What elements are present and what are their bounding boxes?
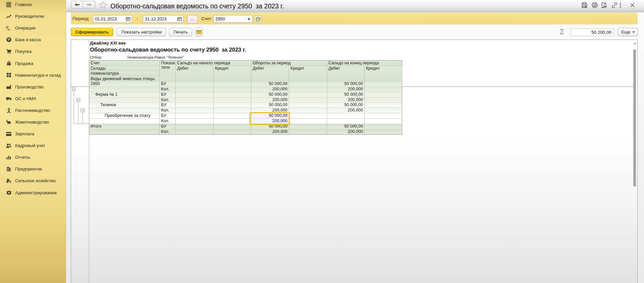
cell-end_credit[interactable] (365, 119, 402, 124)
cell-begin_credit[interactable] (214, 124, 251, 129)
cell-turn_credit[interactable] (289, 102, 327, 108)
cell-turn_credit[interactable] (289, 97, 327, 102)
print-icon[interactable] (592, 2, 597, 8)
cell-end_debit[interactable]: 200,000 (327, 129, 365, 135)
cell-turn_credit[interactable] (289, 124, 327, 129)
sidebar-item-6[interactable]: Продажа (0, 57, 66, 69)
row-label[interactable]: 2950 (89, 81, 160, 87)
forward-button[interactable] (83, 1, 95, 8)
cell-end_credit[interactable] (365, 81, 402, 87)
cell-begin_credit[interactable] (214, 92, 251, 97)
row-label[interactable] (89, 108, 160, 113)
row-indicator[interactable]: Кол. (160, 119, 176, 124)
sidebar-item-1[interactable]: Главное (0, 0, 66, 10)
cell-begin_credit[interactable] (214, 113, 251, 119)
cell-turn_debit[interactable]: 200,000 (251, 87, 289, 92)
cell-turn_credit[interactable] (289, 92, 327, 97)
cell-end_credit[interactable] (365, 129, 402, 135)
menu-dots-icon[interactable] (620, 2, 625, 8)
account-open-button[interactable] (254, 15, 262, 23)
back-button[interactable] (71, 1, 83, 8)
star-icon[interactable] (99, 1, 107, 8)
sidebar-item-15[interactable]: Предприятие (0, 163, 66, 175)
row-label[interactable] (89, 129, 160, 135)
cell-begin_debit[interactable] (176, 108, 214, 113)
cell-begin_debit[interactable] (176, 97, 214, 102)
cell-end_debit[interactable] (327, 119, 365, 124)
row-indicator[interactable]: БУ (160, 124, 176, 129)
sidebar-item-17[interactable]: Администрирование (0, 187, 66, 199)
cell-turn_credit[interactable] (289, 129, 327, 135)
sidebar-item-13[interactable]: Кадровый учет (0, 140, 66, 151)
cell-begin_credit[interactable] (214, 87, 251, 92)
sidebar-item-3[interactable]: ДтКтОперации (0, 22, 66, 34)
sidebar-item-14[interactable]: Отчеты (0, 151, 66, 163)
cell-begin_credit[interactable] (214, 81, 251, 87)
cell-end_credit[interactable] (365, 102, 402, 108)
cell-turn_credit[interactable] (289, 113, 327, 119)
collapse-group-level1[interactable] (72, 87, 76, 91)
cell-turn_credit[interactable] (289, 81, 327, 87)
cell-begin_debit[interactable] (176, 102, 214, 108)
cell-turn_debit[interactable]: 200,000 (251, 97, 289, 102)
cell-end_credit[interactable] (365, 92, 402, 97)
cell-begin_debit[interactable] (176, 129, 214, 135)
row-label[interactable]: Приобретение за плату (89, 113, 160, 119)
sidebar-item-11[interactable]: Животноводство (0, 116, 66, 128)
link-icon[interactable] (611, 2, 617, 8)
cell-turn_debit[interactable]: 50 000,00 (251, 102, 289, 108)
cell-begin_credit[interactable] (214, 102, 251, 108)
cell-begin_credit[interactable] (214, 129, 251, 135)
cell-turn_credit[interactable] (289, 108, 327, 113)
scroll-up-icon[interactable] (634, 43, 636, 44)
account-combobox[interactable]: 2950 (213, 15, 253, 23)
cell-end_debit[interactable]: 50 000,00 (327, 92, 365, 97)
cell-begin_debit[interactable] (176, 124, 214, 129)
cell-end_debit[interactable]: 200,000 (327, 97, 365, 102)
cell-begin_credit[interactable] (214, 119, 251, 124)
cell-turn_debit[interactable]: 50 000,00 (251, 113, 289, 119)
period-picker-button[interactable]: ... (187, 15, 198, 23)
more-button[interactable]: Еще (618, 28, 638, 36)
row-label[interactable] (89, 97, 160, 102)
row-indicator[interactable]: Кол. (160, 108, 176, 113)
sidebar-item-9[interactable]: ОС и НМА (0, 93, 66, 104)
row-indicator[interactable]: БУ (160, 81, 176, 87)
cell-end_debit[interactable]: 200,000 (327, 108, 365, 113)
cell-end_debit[interactable]: 50 000,00 (327, 81, 365, 87)
total-field[interactable]: 50 200,00 (571, 28, 614, 36)
date-from-input[interactable]: 01.01.2023 (93, 15, 132, 23)
collapse-group-level2[interactable] (76, 98, 80, 102)
scrollbar-thumb[interactable] (633, 49, 636, 187)
cell-turn_debit[interactable]: 50 000,00 (251, 81, 289, 87)
calendar-icon[interactable] (125, 16, 131, 22)
cell-begin_debit[interactable] (176, 87, 214, 92)
date-to-input[interactable]: 31.12.2023 (143, 15, 183, 23)
sidebar-item-5[interactable]: Покупка (0, 46, 66, 57)
sidebar-item-4[interactable]: Банк и касса (0, 34, 66, 46)
cell-begin_debit[interactable] (176, 113, 214, 119)
row-label[interactable]: Ферма № 1 (89, 92, 160, 97)
cell-end_debit[interactable]: 50 000,00 (327, 124, 365, 129)
combo-arrow-icon[interactable] (248, 18, 250, 20)
print-button[interactable]: Печать (169, 28, 192, 36)
row-label[interactable] (89, 87, 160, 92)
row-indicator[interactable]: БУ (160, 113, 176, 119)
collapse-group-level3[interactable] (81, 109, 85, 112)
cell-begin_credit[interactable] (214, 97, 251, 102)
save-icon[interactable] (582, 2, 587, 8)
sidebar-item-12[interactable]: Зарплата (0, 128, 66, 140)
cell-turn_debit[interactable]: 50 000,00 (251, 124, 289, 129)
show-settings-button[interactable]: Показать настройки (117, 28, 166, 36)
generate-button[interactable]: Сформировать (71, 28, 113, 36)
cell-end_credit[interactable] (365, 124, 402, 129)
report-table[interactable]: СчетПоказателиСальдо на начало периодаОб… (89, 60, 402, 135)
cell-end_credit[interactable] (365, 97, 402, 102)
cell-begin_debit[interactable] (176, 119, 214, 124)
row-label[interactable] (89, 119, 160, 124)
cell-begin_debit[interactable] (176, 81, 214, 87)
cell-end_debit[interactable] (327, 113, 365, 119)
row-indicator[interactable]: БУ (160, 102, 176, 108)
cell-begin_debit[interactable] (176, 92, 214, 97)
sidebar-item-10[interactable]: Растениеводство (0, 104, 66, 116)
